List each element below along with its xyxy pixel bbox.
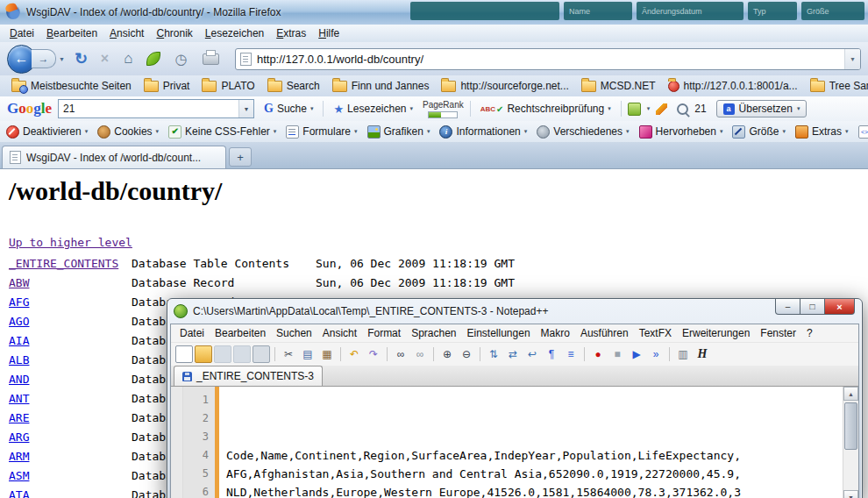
listing-link[interactable]: ANT: [9, 392, 29, 405]
firefox-titlebar[interactable]: WsgiDAV - Index of /world-db/country/ - …: [0, 0, 868, 25]
webdev-informationen-button[interactable]: Informationen ▾: [439, 125, 527, 139]
webdev-formulare-button[interactable]: Formulare ▾: [286, 125, 357, 139]
chevron-down-icon[interactable]: ▾: [274, 128, 277, 135]
chevron-down-icon[interactable]: ▾: [354, 128, 358, 135]
google-search-button[interactable]: G Suche ▾: [260, 100, 317, 117]
indent-guide-icon[interactable]: ≡: [562, 345, 580, 363]
webdev-hervorheben-button[interactable]: Hervorheben ▾: [639, 125, 723, 139]
highlighter-pen-icon[interactable]: [656, 103, 667, 115]
notepadpp-menu-item[interactable]: Makro: [536, 325, 575, 341]
webdev-quelltext-button[interactable]: Quelltext ▾: [858, 125, 868, 139]
bookmark-mcsd-net[interactable]: MCSD.NET: [575, 78, 662, 94]
google-search-dropdown-icon[interactable]: ▼: [238, 100, 253, 117]
sync-horizontal-icon[interactable]: ⇄: [504, 345, 522, 363]
webdev-deaktivieren-button[interactable]: Deaktivieren ▾: [6, 125, 88, 139]
minimize-button[interactable]: –: [775, 299, 800, 315]
scroll-up-icon[interactable]: ▲: [843, 387, 858, 401]
url-text[interactable]: http://127.0.0.1/world-db/country/: [257, 53, 844, 66]
notepadpp-menu-item[interactable]: Bearbeiten: [210, 325, 271, 341]
chevron-down-icon[interactable]: ▾: [626, 128, 630, 135]
listing-link[interactable]: AGO: [9, 315, 29, 328]
chevron-down-icon[interactable]: ▾: [310, 105, 314, 112]
bookmark-finn-und-jannes[interactable]: Finn und Jannes: [326, 78, 436, 94]
code-area[interactable]: Code,Name,Continent,Region,SurfaceArea,I…: [219, 387, 843, 498]
undo-icon[interactable]: ↶: [345, 345, 363, 363]
webdev-groesse-button[interactable]: Größe ▾: [732, 125, 786, 139]
bookmark-margin[interactable]: [171, 387, 183, 498]
firefox-menu-item[interactable]: Hilfe: [312, 25, 345, 41]
sendto-icon[interactable]: [628, 103, 641, 116]
google-search-value[interactable]: 21: [59, 103, 238, 115]
chevron-down-icon[interactable]: ▾: [410, 105, 414, 112]
notepadpp-menu-item[interactable]: Ansicht: [317, 325, 362, 341]
save-all-icon[interactable]: [233, 345, 251, 363]
firefox-menu-item[interactable]: Lesezeichen: [199, 25, 270, 41]
notepadpp-titlebar[interactable]: C:\Users\Martin\AppData\Local\Temp\_ENTI…: [170, 299, 859, 324]
firefox-menu-item[interactable]: Datei: [4, 25, 40, 41]
sync-vertical-icon[interactable]: ⇅: [485, 345, 502, 363]
listing-link[interactable]: ARM: [9, 450, 29, 463]
bookmark-tree-samples[interactable]: Tree Samples: [804, 78, 868, 94]
reload-button[interactable]: ↻: [70, 47, 92, 70]
scroll-down-icon[interactable]: ▼: [843, 490, 858, 498]
google-bookmarks-button[interactable]: ★ Lesezeichen ▾: [330, 101, 416, 117]
webdev-cookies-button[interactable]: Cookies ▾: [97, 125, 159, 139]
google-search-box[interactable]: 21 ▼: [58, 99, 254, 118]
tab-entire-contents-3[interactable]: _ENTIRE_CONTENTS-3: [174, 366, 323, 386]
show-all-chars-icon[interactable]: ¶: [543, 345, 560, 363]
notepadpp-menu-item[interactable]: Fenster: [755, 325, 801, 341]
history-dropdown-icon[interactable]: ▼: [59, 56, 65, 62]
firefox-menu-item[interactable]: Bearbeiten: [40, 25, 103, 41]
webdev-extras-button[interactable]: Extras ▾: [795, 125, 849, 139]
url-bar[interactable]: http://127.0.0.1/world-db/country/ ▼: [235, 48, 861, 70]
pagerank-widget[interactable]: PageRank: [423, 100, 464, 118]
firefox-menu-item[interactable]: Chronik: [150, 25, 198, 41]
notepadpp-menu-item[interactable]: Einstellungen: [462, 325, 536, 341]
forward-button[interactable]: →: [32, 49, 56, 68]
stop-button[interactable]: ×: [94, 47, 116, 70]
bookmark-privat[interactable]: Privat: [138, 78, 196, 94]
listing-link[interactable]: ARG: [9, 430, 29, 444]
firefox-menu-item[interactable]: Ansicht: [103, 25, 150, 41]
chevron-down-icon[interactable]: ▾: [782, 128, 786, 135]
bookmark-sourceforge[interactable]: http://sourceforge.net...: [435, 78, 574, 94]
listing-link[interactable]: ALB: [9, 353, 29, 366]
redo-icon[interactable]: ↷: [365, 345, 382, 363]
listing-link[interactable]: ARE: [9, 411, 29, 424]
new-file-icon[interactable]: [175, 345, 193, 363]
copy-icon[interactable]: ▤: [299, 345, 317, 363]
scrollbar-thumb[interactable]: [844, 402, 857, 450]
listing-link[interactable]: ATA: [9, 488, 29, 498]
find-icon[interactable]: ∞: [392, 345, 409, 363]
play-macro-icon[interactable]: ▶: [628, 345, 645, 363]
webdev-grafiken-button[interactable]: Grafiken ▾: [367, 125, 430, 139]
spellcheck-button[interactable]: ABC ✔ Rechtschreibprüfung ▾: [477, 101, 615, 117]
webdev-verschiedenes-button[interactable]: Verschiedenes ▾: [537, 125, 629, 139]
chevron-down-icon[interactable]: ▾: [845, 128, 849, 135]
notepadpp-menu-item[interactable]: Format: [362, 325, 406, 341]
url-dropdown-icon[interactable]: ▼: [844, 49, 860, 69]
save-icon[interactable]: [214, 345, 231, 363]
chevron-down-icon[interactable]: ▾: [427, 128, 430, 135]
notepadpp-menu-item[interactable]: TextFX: [634, 325, 677, 341]
history-clock-icon[interactable]: ◷: [170, 47, 192, 70]
listing-link[interactable]: ABW: [9, 276, 29, 289]
home-button[interactable]: ⌂: [117, 47, 139, 70]
green-addon-icon[interactable]: [146, 52, 160, 66]
up-to-higher-level-link[interactable]: Up to higher level: [9, 236, 132, 249]
stop-macro-icon[interactable]: ■: [608, 345, 626, 363]
bookmark-meistbesuchte-seiten[interactable]: Meistbesuchte Seiten: [5, 78, 138, 94]
listing-link[interactable]: AIA: [9, 334, 29, 347]
tab-wsgidav-index[interactable]: WsgiDAV - Index of /world-db/count...: [2, 146, 226, 168]
run-macro-multi-icon[interactable]: »: [647, 345, 665, 363]
notepadpp-menu-item[interactable]: Ausführen: [575, 325, 634, 341]
translate-button[interactable]: a Übersetzen ▾: [716, 100, 808, 117]
listing-link[interactable]: AND: [9, 373, 29, 386]
notepadpp-menu-item[interactable]: ?: [801, 325, 818, 341]
bookmark-plato[interactable]: PLATO: [196, 78, 260, 94]
print-icon[interactable]: [253, 345, 270, 363]
chevron-down-icon[interactable]: ▾: [85, 128, 89, 135]
firefox-menu-item[interactable]: Extras: [270, 25, 312, 41]
chevron-down-icon[interactable]: ▾: [797, 105, 800, 112]
chevron-down-icon[interactable]: ▾: [156, 128, 160, 135]
